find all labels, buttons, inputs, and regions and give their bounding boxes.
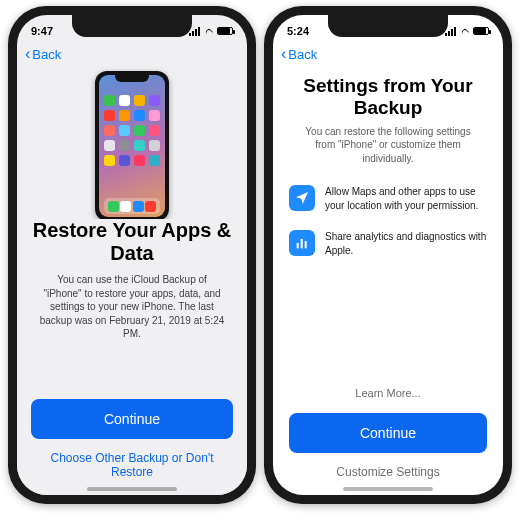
back-label: Back xyxy=(32,47,61,62)
svg-rect-0 xyxy=(297,243,299,248)
settings-backup-content: Settings from Your Backup You can restor… xyxy=(273,75,503,257)
back-button[interactable]: ‹ Back xyxy=(25,46,61,62)
wifi-icon xyxy=(459,27,470,35)
screen-restore: 9:47 ‹ Back Restore Your A xyxy=(17,15,247,495)
iphone-frame-settings-backup: 5:24 ‹ Back Settings from Your Backup Yo… xyxy=(264,6,512,504)
restore-content: Restore Your Apps & Data You can use the… xyxy=(17,219,247,495)
location-arrow-icon xyxy=(289,185,315,211)
customize-settings-link[interactable]: Customize Settings xyxy=(289,453,487,481)
status-indicators xyxy=(445,27,489,36)
page-description: You can restore the following settings f… xyxy=(289,125,487,166)
back-button[interactable]: ‹ Back xyxy=(281,46,317,62)
svg-rect-1 xyxy=(301,239,303,248)
battery-icon xyxy=(473,27,489,35)
status-time: 5:24 xyxy=(287,25,309,37)
chevron-left-icon: ‹ xyxy=(25,46,30,62)
page-title: Settings from Your Backup xyxy=(289,75,487,119)
svg-rect-2 xyxy=(305,241,307,248)
home-indicator xyxy=(87,487,177,491)
continue-button[interactable]: Continue xyxy=(289,413,487,453)
notch xyxy=(72,15,192,37)
bar-chart-icon xyxy=(289,230,315,256)
back-label: Back xyxy=(288,47,317,62)
status-time: 9:47 xyxy=(31,25,53,37)
choose-other-backup-link[interactable]: Choose Other Backup or Don't Restore xyxy=(31,439,233,481)
page-description: You can use the iCloud Backup of "iPhone… xyxy=(31,273,233,341)
option-analytics-text: Share analytics and diagnostics with App… xyxy=(325,230,487,257)
wifi-icon xyxy=(203,27,214,35)
status-indicators xyxy=(189,27,233,36)
battery-icon xyxy=(217,27,233,35)
notch xyxy=(328,15,448,37)
option-location-text: Allow Maps and other apps to use your lo… xyxy=(325,185,487,212)
device-preview xyxy=(17,69,247,227)
continue-button[interactable]: Continue xyxy=(31,399,233,439)
settings-options: Allow Maps and other apps to use your lo… xyxy=(289,185,487,257)
chevron-left-icon: ‹ xyxy=(281,46,286,62)
learn-more-link[interactable]: Learn More... xyxy=(289,387,487,399)
screen-settings-backup: 5:24 ‹ Back Settings from Your Backup Yo… xyxy=(273,15,503,495)
mini-iphone xyxy=(95,71,169,221)
page-title: Restore Your Apps & Data xyxy=(31,219,233,265)
iphone-frame-restore: 9:47 ‹ Back Restore Your A xyxy=(8,6,256,504)
option-analytics: Share analytics and diagnostics with App… xyxy=(289,230,487,257)
home-indicator xyxy=(343,487,433,491)
option-location: Allow Maps and other apps to use your lo… xyxy=(289,185,487,212)
